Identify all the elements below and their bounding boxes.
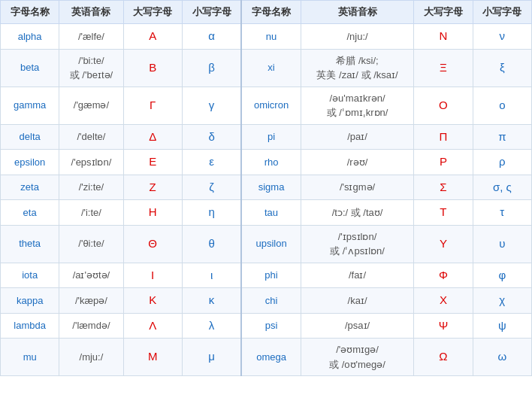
column-header-3: 小写字母 — [182, 1, 241, 24]
upper-letter-right: Σ — [414, 175, 473, 200]
letter-name-right: omega — [241, 339, 301, 376]
lower-letter-left: κ — [182, 288, 241, 314]
phonetic-right: /faɪ/ — [301, 263, 414, 288]
letter-name-left: delta — [1, 124, 59, 150]
column-header-0: 字母名称 — [1, 1, 59, 24]
letter-name-right: rho — [241, 150, 301, 175]
upper-letter-left: Ι — [123, 263, 182, 288]
upper-letter-right: Ο — [414, 87, 473, 124]
phonetic-left: /aɪ'əʊtə/ — [59, 263, 123, 288]
phonetic-right: /paɪ/ — [301, 124, 414, 150]
upper-letter-left: Ζ — [123, 175, 182, 200]
table-row: mu/mju:/Μμomega/'əʊmɪgə/或 /oʊ'megə/Ωω — [1, 339, 532, 376]
upper-letter-right: Ρ — [414, 150, 473, 175]
upper-letter-left: Λ — [123, 313, 182, 339]
table-row: beta/'bi:te/或 /'beɪtə/Ββxi希腊 /ksi/;英美 /z… — [1, 49, 532, 87]
lower-letter-right: τ — [473, 200, 531, 226]
lower-letter-left: η — [182, 200, 241, 226]
column-header-2: 大写字母 — [123, 1, 182, 24]
upper-letter-right: Φ — [414, 263, 473, 288]
letter-name-left: beta — [1, 49, 59, 87]
upper-letter-right: Ω — [414, 339, 473, 376]
column-header-4: 字母名称 — [241, 1, 301, 24]
phonetic-right: /əu'maɪkrən/或 /ˈɒmɪˌkrɒn/ — [301, 87, 414, 124]
letter-name-right: nu — [241, 24, 301, 50]
letter-name-right: pi — [241, 124, 301, 150]
upper-letter-left: Κ — [123, 288, 182, 314]
phonetic-left: /'i:te/ — [59, 200, 123, 226]
letter-name-left: mu — [1, 339, 59, 376]
lower-letter-right: ρ — [473, 150, 531, 175]
phonetic-left: /'gæmə/ — [59, 87, 123, 124]
phonetic-left: /mju:/ — [59, 339, 123, 376]
table-row: lambda/'læmdə/Λλpsi/psaɪ/Ψψ — [1, 313, 532, 339]
lower-letter-left: θ — [182, 225, 241, 263]
lower-letter-left: ζ — [182, 175, 241, 200]
phonetic-left: /'delte/ — [59, 124, 123, 150]
phonetic-left: /'epsɪlɒn/ — [59, 150, 123, 175]
phonetic-left: /'zi:te/ — [59, 175, 123, 200]
upper-letter-left: Μ — [123, 339, 182, 376]
table-row: gamma/'gæmə/Γγomicron/əu'maɪkrən/或 /ˈɒmɪ… — [1, 87, 532, 124]
table-row: epsilon/'epsɪlɒn/Εεrho/rəʊ/Ρρ — [1, 150, 532, 175]
upper-letter-left: Α — [123, 24, 182, 50]
lower-letter-left: μ — [182, 339, 241, 376]
letter-name-left: zeta — [1, 175, 59, 200]
lower-letter-right: σ, ς — [473, 175, 531, 200]
letter-name-left: eta — [1, 200, 59, 226]
lower-letter-left: γ — [182, 87, 241, 124]
phonetic-left: /'ælfe/ — [59, 24, 123, 50]
phonetic-right: /tɔ:/ 或 /taʊ/ — [301, 200, 414, 226]
upper-letter-right: Π — [414, 124, 473, 150]
phonetic-left: /'læmdə/ — [59, 313, 123, 339]
upper-letter-left: Ε — [123, 150, 182, 175]
letter-name-left: kappa — [1, 288, 59, 314]
phonetic-right: 希腊 /ksi/;英美 /zaɪ/ 或 /ksaɪ/ — [301, 49, 414, 87]
table-row: theta/'θi:te/Θθupsilon/'ɪpsɪlɒn/或 /ˈʌpsɪ… — [1, 225, 532, 263]
lower-letter-right: ο — [473, 87, 531, 124]
lower-letter-right: ν — [473, 24, 531, 50]
phonetic-left: /'kæpə/ — [59, 288, 123, 314]
upper-letter-right: Χ — [414, 288, 473, 314]
letter-name-right: phi — [241, 263, 301, 288]
lower-letter-right: π — [473, 124, 531, 150]
upper-letter-right: Ψ — [414, 313, 473, 339]
lower-letter-left: β — [182, 49, 241, 87]
letter-name-right: chi — [241, 288, 301, 314]
letter-name-right: tau — [241, 200, 301, 226]
letter-name-left: gamma — [1, 87, 59, 124]
upper-letter-right: Ν — [414, 24, 473, 50]
letter-name-right: psi — [241, 313, 301, 339]
column-header-6: 大写字母 — [414, 1, 473, 24]
table-row: zeta/'zi:te/Ζζsigma/'sɪgmə/Σσ, ς — [1, 175, 532, 200]
phonetic-right: /nju:/ — [301, 24, 414, 50]
upper-letter-left: Γ — [123, 87, 182, 124]
lower-letter-right: ξ — [473, 49, 531, 87]
greek-letters-table: 字母名称英语音标大写字母小写字母字母名称英语音标大写字母小写字母 alpha/'… — [0, 0, 532, 376]
letter-name-right: upsilon — [241, 225, 301, 263]
lower-letter-right: ω — [473, 339, 531, 376]
upper-letter-right: Ξ — [414, 49, 473, 87]
lower-letter-left: ι — [182, 263, 241, 288]
phonetic-left: /'θi:te/ — [59, 225, 123, 263]
lower-letter-left: α — [182, 24, 241, 50]
phonetic-right: /'əʊmɪgə/或 /oʊ'megə/ — [301, 339, 414, 376]
phonetic-right: /psaɪ/ — [301, 313, 414, 339]
table-row: kappa/'kæpə/Κκchi/kaɪ/Χχ — [1, 288, 532, 314]
upper-letter-right: Υ — [414, 225, 473, 263]
phonetic-right: /'ɪpsɪlɒn/或 /ˈʌpsɪlɒn/ — [301, 225, 414, 263]
lower-letter-right: φ — [473, 263, 531, 288]
column-header-5: 英语音标 — [301, 1, 414, 24]
phonetic-left: /'bi:te/或 /'beɪtə/ — [59, 49, 123, 87]
lower-letter-right: υ — [473, 225, 531, 263]
table-row: delta/'delte/Δδpi/paɪ/Ππ — [1, 124, 532, 150]
upper-letter-left: Δ — [123, 124, 182, 150]
upper-letter-left: Β — [123, 49, 182, 87]
column-header-1: 英语音标 — [59, 1, 123, 24]
phonetic-right: /kaɪ/ — [301, 288, 414, 314]
upper-letter-right: Τ — [414, 200, 473, 226]
upper-letter-left: Η — [123, 200, 182, 226]
table-row: iota/aɪ'əʊtə/Ιιphi/faɪ/Φφ — [1, 263, 532, 288]
lower-letter-left: ε — [182, 150, 241, 175]
phonetic-right: /rəʊ/ — [301, 150, 414, 175]
